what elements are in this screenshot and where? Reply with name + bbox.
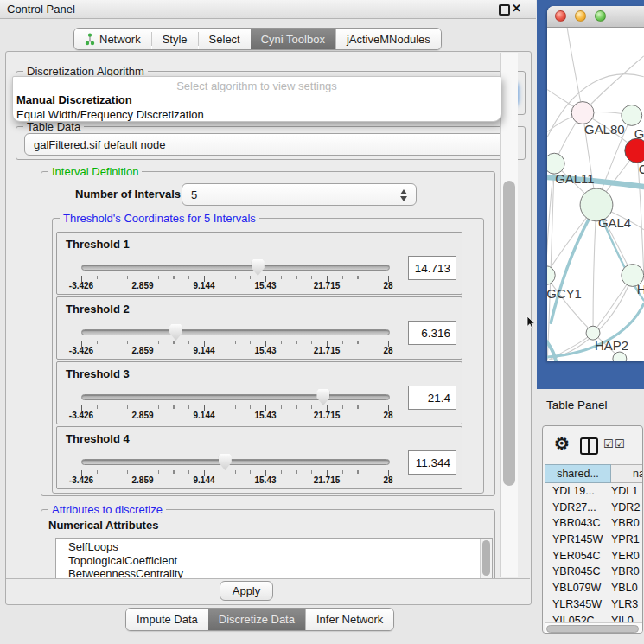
dropdown-option-manual[interactable]: Manual Discretization <box>13 92 501 107</box>
tab-impute-data[interactable]: Impute Data <box>126 609 208 630</box>
tab-discretize-data-label: Discretize Data <box>219 613 295 626</box>
threshold-3-slider[interactable] <box>81 390 388 405</box>
threshold-1-panel: Threshold 1 -3.426 2.859 9.144 <box>56 232 462 295</box>
cyni-toolbox-panel: Discretization Algorithm Table Data galF… <box>5 51 532 605</box>
network-canvas[interactable]: GAL80 GA C GAL11 GAL4 GCY1 H HAP2 <box>547 28 644 361</box>
settings-scroll-area: Discretization Algorithm Table Data galF… <box>6 52 530 579</box>
network-node-gal80[interactable] <box>571 102 594 124</box>
table-panel-title: Table Panel <box>546 399 608 411</box>
checkbox-icon[interactable]: ☑ <box>615 437 625 450</box>
threshold-2-label: Threshold 2 <box>66 303 130 316</box>
network-node-gcy1[interactable] <box>547 266 555 285</box>
network-node-selected-red[interactable] <box>625 138 644 163</box>
apply-button[interactable]: Apply <box>220 581 273 601</box>
slider-track[interactable] <box>81 265 390 271</box>
table-row[interactable]: YER054CYER0 <box>545 548 642 564</box>
checkbox-icon[interactable]: ☑ <box>603 437 614 450</box>
threshold-4-slider-thumb[interactable] <box>219 454 232 470</box>
threshold-1-slider-thumb[interactable] <box>252 259 265 276</box>
slider-track[interactable] <box>81 394 390 400</box>
threshold-3-value-field[interactable]: 21.4 <box>408 386 456 410</box>
panel-scrollbar-thumb[interactable] <box>503 181 515 486</box>
slider-track[interactable] <box>81 329 390 335</box>
threshold-3-slider-thumb[interactable] <box>316 389 329 405</box>
table-row[interactable]: YBL079WYBL0 <box>545 580 642 596</box>
bottom-tabbar: Impute Data Discretize Data Infer Networ… <box>125 608 394 631</box>
close-icon[interactable]: ✕ <box>512 2 521 15</box>
close-traffic-light-icon[interactable] <box>555 10 566 22</box>
interval-definition-group-label: Interval Definition <box>48 165 142 178</box>
mouse-cursor <box>526 316 536 333</box>
list-item[interactable]: SelfLoops <box>56 539 492 554</box>
panel-scrollbar[interactable] <box>500 53 518 577</box>
list-scrollbar[interactable] <box>480 539 492 578</box>
split-view-icon[interactable] <box>580 437 598 455</box>
node-label: HAP2 <box>595 338 628 353</box>
list-item[interactable]: BetweennessCentrality <box>56 567 492 579</box>
tab-select[interactable]: Select <box>199 29 251 49</box>
threshold-1-label: Threshold 1 <box>66 238 130 251</box>
slider-scale-labels: -3.426 2.859 9.144 15.43 21.715 28 <box>81 346 388 356</box>
threshold-4-panel: Threshold 4 -3.426 2.859 9.144 <box>56 426 462 489</box>
tab-discretize-data[interactable]: Discretize Data <box>208 609 305 630</box>
threshold-1-value-field[interactable]: 14.713 <box>408 256 456 280</box>
node-label: GAL80 <box>584 122 624 137</box>
slider-scale-labels: -3.426 2.859 9.144 15.43 21.715 28 <box>81 475 388 486</box>
numerical-attributes-list[interactable]: SelfLoops TopologicalCoefficient Between… <box>55 538 493 579</box>
interval-definition-group: Interval Definition Number of Intervals … <box>41 171 495 496</box>
screen: Control Panel ✕ Network Style <box>0 0 644 644</box>
table-data-group-label: Table Data <box>23 120 84 133</box>
network-node[interactable] <box>613 352 627 361</box>
zoom-traffic-light-icon[interactable] <box>595 10 606 22</box>
table-row[interactable]: YPR145WYPR1 <box>545 532 642 548</box>
threshold-2-slider-thumb[interactable] <box>169 324 182 341</box>
threshold-2-slider[interactable] <box>81 325 388 341</box>
tab-style[interactable]: Style <box>152 29 198 49</box>
table-row[interactable]: YIL052CYIL0 <box>545 613 642 623</box>
slider-scale-labels: -3.426 2.859 9.144 15.43 21.715 28 <box>81 411 388 421</box>
tab-infer-network[interactable]: Infer Network <box>305 609 393 630</box>
control-panel-titlebar: Control Panel ✕ <box>0 0 536 19</box>
threshold-4-slider[interactable] <box>81 455 388 470</box>
list-item[interactable]: TopologicalCoefficient <box>56 554 492 568</box>
threshold-4-value-field[interactable]: 11.344 <box>408 450 456 475</box>
combo-arrows-icon <box>400 188 408 202</box>
numerical-attributes-label: Numerical Attributes <box>48 519 158 532</box>
num-intervals-combobox[interactable]: 5 <box>182 183 417 206</box>
table-data-combobox[interactable]: galFiltered.sif default node <box>24 133 517 156</box>
algorithm-dropdown-popup: Select algorithm to view settings Manual… <box>12 76 501 122</box>
tab-jactivemnodules-label: jActiveMNodules <box>347 33 430 46</box>
tab-network[interactable]: Network <box>74 29 151 49</box>
network-icon <box>85 33 95 46</box>
threshold-1-slider[interactable] <box>81 260 388 276</box>
table-row[interactable]: YBR045CYBR0 <box>545 564 642 580</box>
threshold-3-label: Threshold 3 <box>66 367 130 380</box>
control-panel-tabbar: Network Style Select Cyni Toolbox jActiv… <box>73 28 442 50</box>
column-header-name[interactable]: na <box>611 464 643 483</box>
table-row[interactable]: YLR345WYLR3 <box>545 596 642 613</box>
threshold-2-value-field[interactable]: 6.316 <box>408 321 456 345</box>
list-scrollbar-thumb[interactable] <box>482 540 490 576</box>
tab-select-label: Select <box>209 33 240 46</box>
tab-cyni-toolbox[interactable]: Cyni Toolbox <box>251 29 335 49</box>
tab-cyni-toolbox-label: Cyni Toolbox <box>261 33 325 46</box>
table-panel: ⚙ ☑ ☑ shared... na YDL19...YDL1 YDR27...… <box>542 425 643 634</box>
threshold-2-panel: Threshold 2 -3.426 2.859 9.144 <box>56 296 462 360</box>
network-window-titlebar <box>547 6 644 28</box>
tab-style-label: Style <box>163 33 188 46</box>
column-header-shared-name[interactable]: shared... <box>545 464 611 483</box>
gear-icon[interactable]: ⚙ <box>554 433 570 454</box>
slider-track[interactable] <box>81 459 390 465</box>
num-intervals-label: Number of Intervals <box>75 188 181 201</box>
table-row[interactable]: YDL19...YDL1 <box>545 483 642 500</box>
minimize-traffic-light-icon[interactable] <box>575 10 586 22</box>
table-row[interactable]: YBR043CYBR0 <box>545 515 642 532</box>
table-row[interactable]: YDR27...YDR2 <box>545 500 642 516</box>
table-body: YDL19...YDL1 YDR27...YDR2 YBR043CYBR0 YP… <box>545 483 642 622</box>
float-window-icon[interactable] <box>499 4 510 16</box>
table-horizontal-scrollbar-thumb[interactable] <box>546 625 639 633</box>
dropdown-option-equal-width[interactable]: Equal Width/Frequency Discretization <box>13 107 501 122</box>
tab-jactivemnodules[interactable]: jActiveMNodules <box>335 29 441 49</box>
threshold-4-label: Threshold 4 <box>66 432 130 445</box>
table-horizontal-scrollbar[interactable] <box>545 622 642 634</box>
